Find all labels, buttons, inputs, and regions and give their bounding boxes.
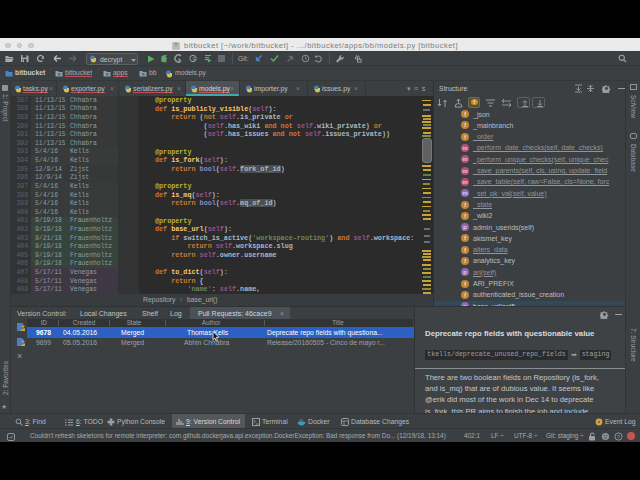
svg-text:?: ?	[617, 434, 620, 440]
